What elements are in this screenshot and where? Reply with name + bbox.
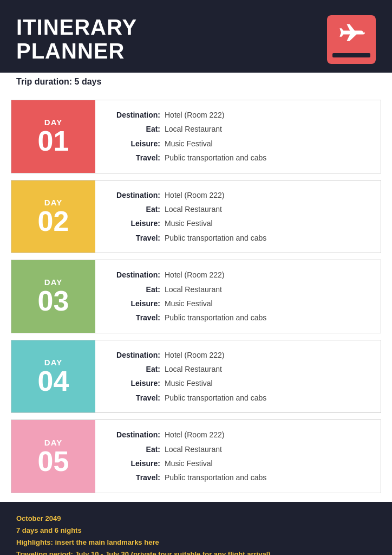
day-number: 05 (38, 447, 69, 475)
day-number: 04 (38, 367, 69, 395)
detail-value-leisure: Music Festival (165, 217, 213, 229)
detail-row-leisure: Leisure: Music Festival (106, 217, 370, 229)
detail-value-eat: Local Restaurant (165, 443, 222, 455)
day-label-2: DAY 02 (11, 180, 95, 253)
trip-duration-bar: Trip duration: 5 days (0, 73, 392, 91)
detail-value-eat: Local Restaurant (165, 203, 222, 215)
detail-label-destination: Destination: (106, 189, 160, 201)
detail-label-destination: Destination: (106, 109, 160, 121)
day-details-5: Destination: Hotel (Room 222) Eat: Local… (95, 420, 381, 493)
detail-value-destination: Hotel (Room 222) (165, 189, 225, 201)
detail-row-destination: Destination: Hotel (Room 222) (106, 269, 370, 281)
book-bar-icon (332, 53, 370, 57)
detail-row-leisure: Leisure: Music Festival (106, 298, 370, 309)
detail-label-travel: Travel: (106, 232, 160, 244)
detail-value-travel: Public transportation and cabs (165, 472, 266, 483)
day-row-1: DAY 01 Destination: Hotel (Room 222) Eat… (11, 100, 381, 173)
detail-row-travel: Travel: Public transportation and cabs (106, 312, 370, 324)
detail-label-leisure: Leisure: (106, 217, 160, 229)
detail-value-leisure: Music Festival (165, 138, 213, 150)
plane-icon-box (327, 15, 376, 64)
day-details-4: Destination: Hotel (Room 222) Eat: Local… (95, 340, 381, 413)
detail-label-travel: Travel: (106, 392, 160, 404)
detail-row-destination: Destination: Hotel (Room 222) (106, 429, 370, 441)
detail-value-travel: Public transportation and cabs (165, 312, 266, 324)
day-row-4: DAY 04 Destination: Hotel (Room 222) Eat… (11, 340, 381, 414)
detail-row-eat: Eat: Local Restaurant (106, 123, 370, 135)
itinerary-content: DAY 01 Destination: Hotel (Room 222) Eat… (0, 91, 392, 502)
detail-row-eat: Eat: Local Restaurant (106, 443, 370, 455)
day-label-3: DAY 03 (11, 260, 95, 333)
detail-value-leisure: Music Festival (165, 457, 213, 469)
detail-label-eat: Eat: (106, 283, 160, 295)
detail-row-eat: Eat: Local Restaurant (106, 283, 370, 295)
detail-value-travel: Public transportation and cabs (165, 232, 266, 244)
detail-label-leisure: Leisure: (106, 457, 160, 469)
day-details-1: Destination: Hotel (Room 222) Eat: Local… (95, 100, 381, 173)
detail-label-leisure: Leisure: (106, 377, 160, 389)
detail-label-destination: Destination: (106, 429, 160, 441)
day-number: 02 (38, 207, 69, 235)
detail-row-leisure: Leisure: Music Festival (106, 377, 370, 389)
detail-row-leisure: Leisure: Music Festival (106, 138, 370, 150)
detail-value-destination: Hotel (Room 222) (165, 349, 225, 361)
day-label-1: DAY 01 (11, 100, 95, 173)
detail-value-destination: Hotel (Room 222) (165, 269, 225, 281)
detail-row-travel: Travel: Public transportation and cabs (106, 232, 370, 244)
detail-row-travel: Travel: Public transportation and cabs (106, 152, 370, 164)
detail-label-travel: Travel: (106, 312, 160, 324)
detail-label-eat: Eat: (106, 203, 160, 215)
day-number: 03 (38, 287, 69, 315)
detail-row-eat: Eat: Local Restaurant (106, 363, 370, 375)
detail-value-travel: Public transportation and cabs (165, 392, 266, 404)
detail-label-destination: Destination: (106, 349, 160, 361)
detail-row-travel: Travel: Public transportation and cabs (106, 472, 370, 483)
detail-label-leisure: Leisure: (106, 138, 160, 150)
day-label-5: DAY 05 (11, 420, 95, 493)
detail-label-travel: Travel: (106, 152, 160, 164)
detail-label-leisure: Leisure: (106, 298, 160, 309)
detail-value-eat: Local Restaurant (165, 363, 222, 375)
day-details-3: Destination: Hotel (Room 222) Eat: Local… (95, 260, 381, 333)
day-details-2: Destination: Hotel (Room 222) Eat: Local… (95, 180, 381, 253)
detail-value-travel: Public transportation and cabs (165, 152, 266, 164)
detail-label-eat: Eat: (106, 443, 160, 455)
footer: October 2049 7 days and 6 nights Highlig… (0, 502, 392, 555)
detail-label-destination: Destination: (106, 269, 160, 281)
detail-value-destination: Hotel (Room 222) (165, 429, 225, 441)
detail-label-travel: Travel: (106, 472, 160, 483)
header: ITINERARY PLANNER (0, 0, 392, 73)
detail-value-destination: Hotel (Room 222) (165, 109, 225, 121)
detail-value-eat: Local Restaurant (165, 283, 222, 295)
day-label-4: DAY 04 (11, 340, 95, 413)
page-title: ITINERARY PLANNER (16, 15, 137, 63)
detail-value-leisure: Music Festival (165, 377, 213, 389)
plane-icon (337, 22, 365, 50)
day-row-5: DAY 05 Destination: Hotel (Room 222) Eat… (11, 420, 381, 493)
day-number: 01 (38, 127, 69, 155)
detail-row-destination: Destination: Hotel (Room 222) (106, 189, 370, 201)
detail-row-leisure: Leisure: Music Festival (106, 457, 370, 469)
detail-value-leisure: Music Festival (165, 298, 213, 309)
detail-row-destination: Destination: Hotel (Room 222) (106, 109, 370, 121)
detail-row-destination: Destination: Hotel (Room 222) (106, 349, 370, 361)
detail-row-travel: Travel: Public transportation and cabs (106, 392, 370, 404)
footer-highlights: October 2049 7 days and 6 nights Highlig… (16, 513, 376, 555)
detail-row-eat: Eat: Local Restaurant (106, 203, 370, 215)
day-row-3: DAY 03 Destination: Hotel (Room 222) Eat… (11, 260, 381, 333)
detail-value-eat: Local Restaurant (165, 123, 222, 135)
detail-label-eat: Eat: (106, 123, 160, 135)
day-row-2: DAY 02 Destination: Hotel (Room 222) Eat… (11, 180, 381, 254)
detail-label-eat: Eat: (106, 363, 160, 375)
